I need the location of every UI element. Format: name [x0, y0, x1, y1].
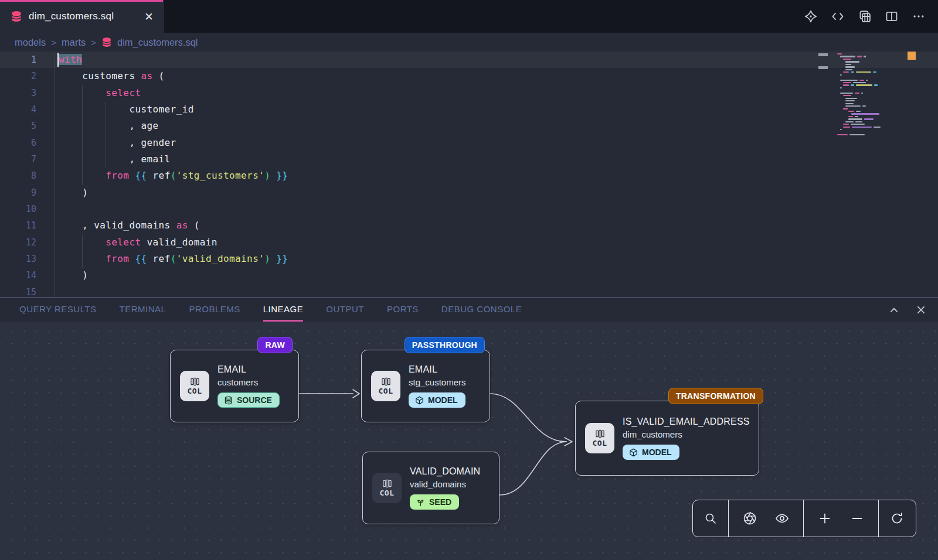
line-number[interactable]: 14 — [0, 267, 36, 284]
line-number[interactable]: 15 — [0, 284, 36, 298]
node-resource-tag-label: SOURCE — [237, 395, 272, 405]
line-number[interactable]: 3 — [0, 85, 36, 101]
cube-icon — [415, 396, 424, 405]
minimap-line — [837, 53, 842, 54]
minimap-line — [856, 84, 872, 86]
panel-tab-debug-console[interactable]: DEBUG CONSOLE — [441, 298, 522, 322]
minimap-line — [852, 127, 872, 128]
close-panel-icon[interactable] — [916, 305, 926, 315]
edge-arrowhead — [353, 390, 359, 398]
search-icon[interactable] — [700, 508, 721, 529]
indent-guide — [82, 86, 83, 185]
minimap-line — [851, 84, 854, 86]
line-number[interactable]: 10 — [0, 201, 36, 217]
code-line-3[interactable]: 3 select — [0, 85, 938, 101]
lineage-node-stg_customers[interactable]: PASSTHROUGHCOLEMAILstg_customersMODEL — [361, 350, 490, 422]
code-line-13[interactable]: 13 from {{ ref('valid_domains') }} — [0, 251, 938, 267]
split-editor-icon[interactable] — [885, 10, 898, 23]
lineage-node-customers[interactable]: RAWCOLEMAILcustomersSOURCE — [170, 350, 299, 422]
lineage-canvas[interactable]: RAWCOLEMAILcustomersSOURCEPASSTHROUGHCOL… — [0, 322, 938, 560]
minimap-line — [843, 59, 851, 60]
code-line-8[interactable]: 8 from {{ ref('stg_customers') }} — [0, 168, 938, 184]
minimap-line — [845, 103, 854, 104]
panel-tab-problems[interactable]: PROBLEMS — [189, 298, 240, 322]
line-number[interactable]: 6 — [0, 135, 36, 151]
breadcrumb-models[interactable]: models — [15, 37, 46, 48]
table-copy-icon[interactable] — [858, 10, 871, 23]
tab-dim-customers-sql[interactable]: dim_customers.sql ✕ — [0, 0, 164, 33]
dbt-icon[interactable] — [804, 10, 817, 23]
line-number[interactable]: 7 — [0, 151, 36, 168]
indent-guide — [82, 235, 83, 268]
code-line-14[interactable]: 14 ) — [0, 267, 938, 284]
code-line-10[interactable]: 10 — [0, 201, 938, 217]
code-editor[interactable]: 1with2 customers as (3 select4 customer_… — [0, 52, 938, 298]
code-line-7[interactable]: 7 , email — [0, 151, 938, 168]
node-resource-tag-label: MODEL — [428, 395, 458, 405]
line-number[interactable]: 1 — [0, 52, 36, 68]
node-column-name: EMAIL — [217, 364, 280, 375]
minimap-line — [843, 82, 851, 83]
panel-tab-terminal[interactable]: TERMINAL — [120, 298, 166, 322]
code-line-5[interactable]: 5 , age — [0, 118, 938, 134]
collapse-panel-icon[interactable] — [889, 305, 899, 315]
line-number[interactable]: 9 — [0, 185, 36, 201]
minimap-line — [843, 84, 849, 86]
line-number[interactable]: 8 — [0, 168, 36, 184]
code-line-2[interactable]: 2 customers as ( — [0, 68, 938, 84]
code-text: from {{ ref('valid_domains') }} — [36, 251, 288, 267]
minimap[interactable] — [835, 52, 905, 298]
minimap-line — [857, 56, 862, 57]
panel-tab-output[interactable]: OUTPUT — [326, 298, 364, 322]
zoom-out-icon[interactable] — [847, 508, 868, 529]
line-number[interactable]: 11 — [0, 217, 36, 234]
aperture-icon[interactable] — [739, 508, 760, 529]
minimap-line — [845, 121, 854, 122]
breadcrumb-marts[interactable]: marts — [62, 37, 86, 48]
zoom-in-icon[interactable] — [814, 508, 835, 529]
code-line-11[interactable]: 11 , valid_domains as ( — [0, 217, 938, 234]
breadcrumb: models > marts > dim_customers.sql — [0, 33, 938, 52]
code-line-4[interactable]: 4 customer_id — [0, 101, 938, 118]
code-line-15[interactable]: 15 — [0, 284, 938, 298]
panel-tab-query-results[interactable]: QUERY RESULTS — [19, 298, 97, 322]
line-number[interactable]: 5 — [0, 118, 36, 134]
eye-icon[interactable] — [772, 508, 793, 529]
panel-tab-ports[interactable]: PORTS — [387, 298, 419, 322]
lineage-node-dim_customers[interactable]: TRANSFORMATIONCOLIS_VALID_EMAIL_ADDRESSd… — [575, 401, 759, 476]
minimap-line — [837, 134, 848, 135]
more-actions-icon[interactable] — [912, 10, 925, 23]
close-tab-icon[interactable]: ✕ — [142, 10, 156, 23]
node-resource-tag-label: MODEL — [642, 448, 672, 457]
panel-tab-bar: QUERY RESULTSTERMINALPROBLEMSLINEAGEOUTP… — [0, 298, 938, 322]
minimap-line — [845, 64, 851, 65]
node-model-name: customers — [217, 377, 280, 387]
minimap-line — [843, 127, 850, 128]
node-resource-tag-seed: SEED — [410, 494, 459, 510]
breadcrumb-separator: > — [91, 37, 96, 47]
breadcrumb-file[interactable]: dim_customers.sql — [117, 37, 198, 48]
code-text: customers as ( — [36, 68, 165, 84]
code-line-9[interactable]: 9 ) — [0, 185, 938, 201]
minimap-line — [861, 93, 863, 94]
minimap-line — [855, 93, 859, 94]
node-badge-raw: RAW — [257, 337, 293, 353]
minimap-line — [845, 69, 852, 70]
refresh-icon[interactable] — [886, 508, 908, 529]
minimap-line — [873, 71, 876, 73]
line-number[interactable]: 13 — [0, 251, 36, 267]
panel-tab-lineage[interactable]: LINEAGE — [263, 298, 304, 322]
code-line-6[interactable]: 6 , gender — [0, 135, 938, 151]
lineage-node-valid_domains[interactable]: COLVALID_DOMAINvalid_domainsSEED — [362, 452, 499, 524]
code-text: , gender — [36, 135, 176, 151]
code-line-1[interactable]: 1with — [0, 52, 938, 68]
minimap-line — [843, 71, 849, 73]
line-number[interactable]: 4 — [0, 101, 36, 118]
line-number[interactable]: 2 — [0, 68, 36, 84]
code-icon[interactable] — [831, 10, 844, 23]
node-model-name: valid_domains — [410, 479, 480, 489]
code-line-12[interactable]: 12 select valid_domain — [0, 234, 938, 251]
node-badge-transformation: TRANSFORMATION — [668, 388, 763, 404]
node-resource-tag-model: MODEL — [409, 392, 465, 408]
line-number[interactable]: 12 — [0, 234, 36, 251]
